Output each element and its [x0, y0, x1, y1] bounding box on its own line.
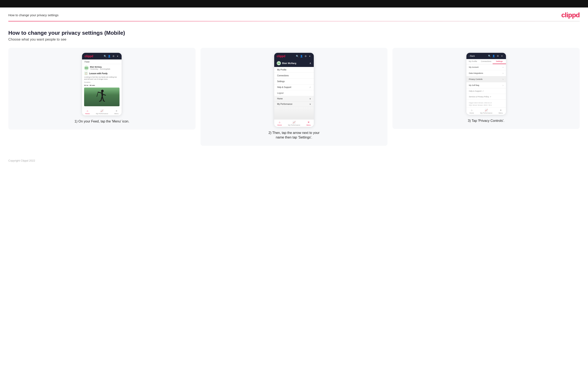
copyright-text: Copyright Clippd 2022	[8, 159, 35, 162]
feed-user-row: BM Blair McHarg Yesterday · Sunningdale	[84, 66, 120, 70]
settings-help-label: Help & Support ↗	[469, 90, 484, 92]
chevron-down-icon-2: ▾	[308, 55, 311, 58]
settings-tabs: My Profile Connections Settings	[467, 59, 506, 64]
feed-avatar: BM	[84, 66, 89, 70]
phone-2-logo: clippd	[277, 54, 285, 58]
settings-help-support[interactable]: Help & Support ↗	[467, 88, 506, 94]
feed-tab: Feed	[82, 59, 121, 64]
menu-item-settings[interactable]: Settings	[274, 79, 314, 84]
feed-post: BM Blair McHarg Yesterday · Sunningdale …	[82, 64, 121, 108]
settings-my-account[interactable]: My Account ›	[467, 64, 506, 70]
lesson-icon: 📋	[84, 72, 88, 75]
menu-section-performance[interactable]: My Performance ∨	[274, 101, 314, 107]
phone-1-icons: 🔍 👤 ⚙ ▾	[104, 55, 119, 58]
menu-home-chevron: ∨	[309, 98, 311, 100]
phone-3-bottom-nav: ⌂ Home 📈 My Performance ≡ Menu	[467, 107, 506, 115]
settings-my-golf-bag[interactable]: My Golf Bag ›	[467, 82, 506, 88]
feed-user-location: Yesterday · Sunningdale	[90, 68, 110, 70]
nav-menu-2[interactable]: ✕ Menu	[306, 121, 311, 126]
user-icon: 👤	[108, 55, 111, 58]
menu-item-connections[interactable]: Connections	[274, 73, 314, 79]
settings-privacy-controls[interactable]: Privacy Controls ›	[467, 76, 506, 82]
performance-icon-2: 📈	[293, 121, 296, 124]
menu-item-my-profile[interactable]: My Profile	[274, 67, 314, 73]
phone-2-header: clippd 🔍 👤 ⚙ ▾	[274, 53, 314, 59]
phone-1-logo: clippd	[85, 54, 93, 58]
step-1-phone: clippd 🔍 👤 ⚙ ▾ Feed BM Blair McHar	[82, 53, 121, 115]
nav-performance: 📈 My Performance	[96, 109, 108, 115]
phone-3-icons: 🔍 👤 ⚙ ▾	[488, 54, 503, 57]
nav-performance-label-3: My Performance	[480, 112, 493, 114]
tab-connections[interactable]: Connections	[480, 59, 493, 64]
chevron-down-icon-3: ▾	[501, 54, 503, 57]
settings-privacy-label: Privacy Controls	[469, 78, 483, 80]
service-external-icon: ↗	[490, 96, 491, 98]
phone-1-bottom-nav: ⌂ Home 📈 My Performance ≡ Menu	[82, 108, 121, 115]
step-3-card: ‹ Back 🔍 👤 ⚙ ▾ My Profile Connections Se…	[392, 48, 580, 129]
phone-user-row: BM Blair McHarg ∧	[274, 59, 314, 67]
external-link-icon: ↗	[309, 86, 311, 88]
page-subheading: Choose what you want people to see	[8, 37, 580, 42]
nav-home-label: Home	[85, 113, 89, 115]
menu-icon: ≡	[116, 109, 117, 112]
step-1-caption: 1) On your Feed, tap the 'Menu' icon.	[75, 119, 129, 124]
step-2-card: clippd 🔍 👤 ⚙ ▾ BM Blair McHarg ∧	[200, 48, 388, 146]
back-button[interactable]: ‹ Back	[469, 55, 475, 57]
settings-service-privacy[interactable]: Service & Privacy Policy ↗	[467, 94, 506, 100]
settings-data-integrations[interactable]: Data Integrations ›	[467, 70, 506, 76]
nav-home: ⌂ Home	[85, 109, 89, 115]
step-2-caption: 2) Then, tap the arrow next to your name…	[265, 131, 323, 140]
data-integrations-arrow: ›	[503, 72, 503, 75]
settings-version: Clippd Client Version: 2022.8.3-3 GQL Se…	[467, 100, 506, 107]
clippd-logo: clippd	[561, 11, 580, 19]
nav-performance-3: 📈 My Performance	[480, 109, 493, 114]
home-icon-2: ⌂	[279, 121, 280, 124]
nav-menu-label-2: Menu	[306, 124, 311, 126]
help-external-icon: ↗	[482, 90, 484, 92]
close-icon: ✕	[308, 121, 310, 124]
performance-icon: 📈	[100, 109, 104, 112]
page-heading: How to change your privacy settings (Mob…	[8, 30, 580, 36]
feed-duration: Duration	[84, 81, 120, 83]
golf-bag-arrow: ›	[503, 84, 503, 86]
nav-menu-label-3: Menu	[499, 112, 503, 114]
menu-performance-label: My Performance	[277, 103, 292, 105]
nav-menu-3[interactable]: ≡ Menu	[499, 109, 503, 114]
menu-item-help[interactable]: Help & Support ↗	[274, 84, 314, 90]
settings-icon-3: ⚙	[496, 54, 499, 57]
menu-item-logout[interactable]: Logout	[274, 90, 314, 96]
phone-2-bottom-nav: ⌂ Home 📈 My Performance ✕ Menu	[274, 119, 314, 127]
svg-line-7	[100, 101, 101, 101]
back-label: Back	[470, 55, 475, 57]
footer: Copyright Clippd 2022	[0, 154, 588, 166]
menu-home-label: Home	[277, 98, 283, 100]
feed-duration-value: 01 hr : 30 min	[84, 84, 120, 86]
feed-user-info: Blair McHarg Yesterday · Sunningdale	[90, 66, 110, 70]
svg-line-8	[104, 101, 104, 101]
menu-performance-chevron: ∨	[309, 103, 311, 105]
user-icon-3: 👤	[492, 54, 495, 57]
tab-my-profile[interactable]: My Profile	[467, 59, 480, 64]
search-icon-2: 🔍	[296, 55, 299, 58]
header: How to change your privacy settings clip…	[0, 8, 588, 21]
step-3-caption: 3) Tap 'Privacy Controls'.	[468, 118, 504, 123]
nav-performance-label: My Performance	[96, 113, 108, 115]
settings-service-label: Service & Privacy Policy ↗	[469, 96, 491, 98]
step-3-phone: ‹ Back 🔍 👤 ⚙ ▾ My Profile Connections Se…	[467, 53, 506, 115]
main-content: How to change your privacy settings (Mob…	[0, 28, 588, 154]
golfer-silhouette	[95, 89, 109, 106]
menu-section-home[interactable]: Home ∨	[274, 96, 314, 101]
chevron-down-icon: ▾	[116, 55, 119, 58]
phone-2-icons: 🔍 👤 ⚙ ▾	[296, 55, 311, 58]
phone-chevron-up: ∧	[309, 62, 311, 65]
phone-username: Blair McHarg	[282, 62, 296, 65]
feed-user-name: Blair McHarg	[90, 66, 110, 68]
settings-icon-2: ⚙	[304, 55, 307, 58]
privacy-controls-arrow: ›	[503, 78, 503, 81]
nav-home-2: ⌂ Home	[277, 121, 282, 126]
phone-1-header: clippd 🔍 👤 ⚙ ▾	[82, 53, 121, 59]
phone-user-avatar: BM	[277, 61, 281, 65]
nav-menu[interactable]: ≡ Menu	[114, 109, 119, 115]
settings-list: My Account › Data Integrations › Privacy…	[467, 64, 506, 107]
tab-settings[interactable]: Settings	[493, 59, 506, 64]
